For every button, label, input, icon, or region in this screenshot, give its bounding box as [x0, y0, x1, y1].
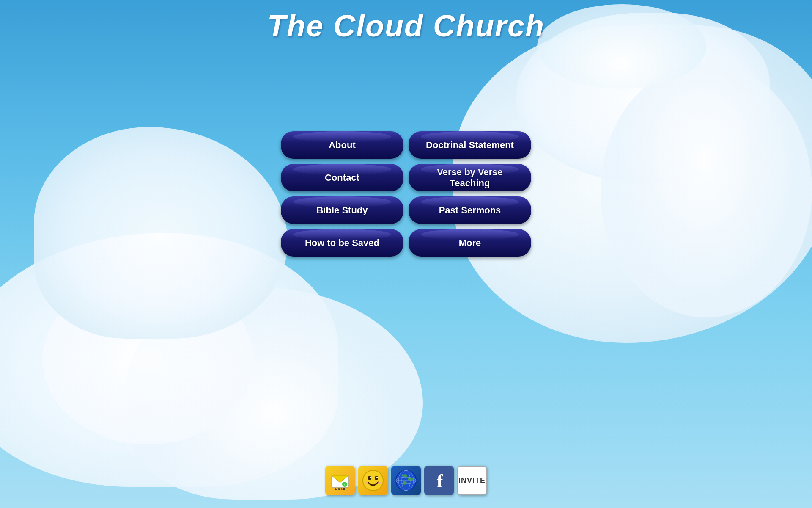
globe-icon-button[interactable] [391, 466, 421, 495]
site-title: The Cloud Church [0, 8, 812, 43]
cloud-right-extra [601, 64, 812, 318]
invite-label: INVITE [458, 476, 486, 485]
svg-text:f: f [437, 471, 444, 491]
svg-point-5 [363, 470, 383, 491]
svg-point-11 [378, 482, 381, 484]
nav-how-to-be-saved-button[interactable]: How to be Saved [281, 229, 403, 257]
nav-grid: About Doctrinal Statement Contact Verse … [281, 131, 531, 257]
nav-contact-button[interactable]: Contact [281, 164, 403, 191]
nav-about-button[interactable]: About [281, 131, 403, 159]
email-svg: ! E-mail! [329, 470, 351, 491]
nav-verse-by-verse-button[interactable]: Verse by Verse Teaching [409, 164, 531, 191]
email-icon-button[interactable]: ! E-mail! [325, 466, 355, 495]
svg-point-7 [375, 476, 378, 480]
facebook-svg: f [428, 469, 450, 491]
svg-text:E-mail!: E-mail! [335, 487, 345, 490]
nav-past-sermons-button[interactable]: Past Sermons [409, 196, 531, 224]
invite-icon-button[interactable]: INVITE [457, 466, 487, 495]
facebook-icon-button[interactable]: f [424, 466, 454, 495]
svg-point-8 [370, 477, 371, 478]
svg-point-10 [365, 482, 368, 484]
nav-doctrinal-button[interactable]: Doctrinal Statement [409, 131, 531, 159]
smiley-svg [362, 469, 384, 491]
svg-text:!: ! [344, 483, 346, 487]
globe-svg [395, 469, 417, 491]
svg-point-9 [376, 477, 378, 478]
smiley-icon-button[interactable] [358, 466, 388, 495]
svg-point-6 [368, 476, 371, 480]
cloud-center-left [34, 127, 288, 339]
nav-more-button[interactable]: More [409, 229, 531, 257]
bottom-bar: ! E-mail! [325, 466, 487, 495]
nav-bible-study-button[interactable]: Bible Study [281, 196, 403, 224]
